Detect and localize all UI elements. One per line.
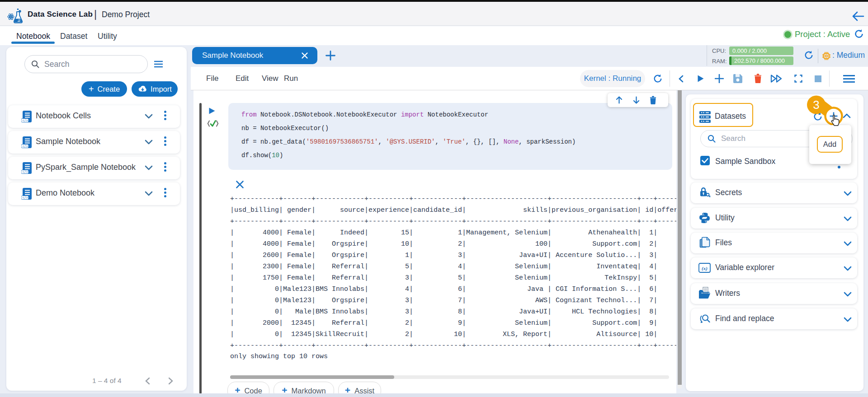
svg-text:3: 3 xyxy=(813,98,819,112)
svg-text:(x): (x) xyxy=(702,266,708,271)
